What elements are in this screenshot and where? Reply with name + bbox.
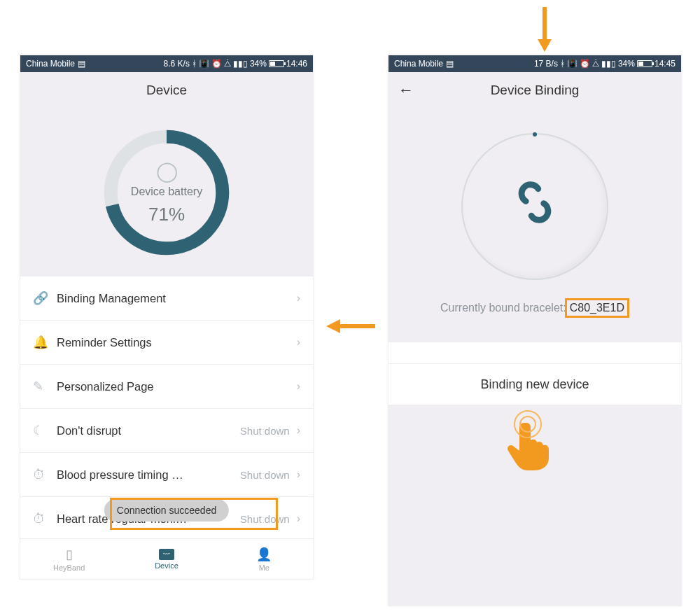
binding-indicator (461, 133, 608, 280)
page-title: Device (20, 72, 313, 108)
menu-label: Personalized Page (57, 380, 297, 393)
nav-device[interactable]: 〰 Device (118, 539, 215, 579)
alarm-icon: ⏰ (580, 59, 590, 69)
menu-label: Binding Management (57, 292, 297, 305)
clock-icon: ⏱ (33, 468, 57, 482)
status-bar: China Mobile ▤ 8.6 K/s ᚼ 📳 ⏰ ⧊ ▮▮▯ 34% 1… (20, 55, 313, 72)
chain-link-icon (507, 174, 563, 239)
clock: 14:45 (654, 59, 676, 69)
binding-status-area: Currently bound bracelet:C80_3E1D (388, 108, 681, 342)
battery-value: 71% (148, 204, 185, 225)
bell-icon: 🔔 (33, 335, 57, 350)
moon-icon: ☾ (33, 423, 57, 438)
battery-percent: 34% (618, 59, 635, 69)
annotation-tap-finger (504, 419, 552, 475)
status-bar: China Mobile ▤ 17 B/s ᚼ 📳 ⏰ ⧊ ▮▮▯ 34% 14… (388, 55, 681, 72)
menu-reminder-settings[interactable]: 🔔 Reminder Settings › (20, 321, 313, 365)
svg-marker-1 (538, 39, 552, 52)
battery-gauge-area: ◯ Device battery 71% (20, 108, 313, 276)
menu-dont-disrupt[interactable]: ☾ Don't disrupt Shut down › (20, 409, 313, 453)
nav-label: HeyBand (53, 564, 85, 572)
chevron-right-icon: › (297, 380, 300, 393)
bound-device-id: C80_3E1D (565, 298, 629, 318)
clock-icon: ⏱ (33, 512, 57, 526)
band-icon: ▯ (66, 547, 73, 562)
nav-heyband[interactable]: ▯ HeyBand (20, 539, 118, 579)
link-icon: 🔗 (33, 290, 57, 306)
page-title: ← Device Binding (388, 72, 681, 108)
battery-percent: 34% (250, 59, 267, 69)
nav-label: Me (259, 564, 270, 572)
carrier-label: China Mobile (26, 59, 75, 69)
svg-marker-3 (326, 319, 340, 333)
annotation-arrow-down (535, 4, 554, 53)
vibrate-icon: 📳 (567, 59, 578, 69)
nav-label: Device (155, 561, 178, 570)
binding-new-device-button[interactable]: Binding new device (388, 363, 681, 405)
nav-me[interactable]: 👤 Me (216, 539, 313, 579)
menu-label: Don't disrupt (57, 424, 240, 438)
battery-icon (269, 60, 284, 67)
net-speed: 8.6 K/s (164, 59, 190, 69)
annotation-highlight-box (110, 498, 278, 530)
wand-icon: ✎ (33, 379, 57, 394)
battery-gauge: ◯ Device battery 71% (100, 126, 233, 259)
clock: 14:46 (286, 59, 307, 69)
alarm-icon: ⏰ (211, 59, 222, 69)
menu-value: Shut down (240, 469, 290, 481)
annotation-arrow-left (323, 316, 378, 336)
menu-blood-pressure[interactable]: ⏱ Blood pressure timing … Shut down › (20, 453, 313, 497)
person-icon: 👤 (256, 547, 272, 562)
bluetooth-icon: ᚼ (560, 59, 565, 69)
device-binding-screen: China Mobile ▤ 17 B/s ᚼ 📳 ⏰ ⧊ ▮▮▯ 34% 14… (388, 55, 682, 606)
ring-icon: ◯ (156, 160, 178, 183)
bound-device-text: Currently bound bracelet:C80_3E1D (440, 298, 629, 318)
chevron-right-icon: › (297, 468, 300, 481)
signal-icon: ▮▮▯ (233, 59, 248, 69)
back-button[interactable]: ← (398, 81, 414, 99)
signal-icon: ▮▮▯ (601, 59, 616, 69)
sim-icon: ▤ (446, 59, 454, 69)
menu-binding-management[interactable]: 🔗 Binding Management › (20, 276, 313, 321)
sim-icon: ▤ (78, 59, 85, 69)
battery-label: Device battery (131, 186, 202, 198)
net-speed: 17 B/s (534, 59, 558, 69)
menu-label: Reminder Settings (57, 336, 297, 349)
chevron-right-icon: › (297, 424, 300, 437)
menu-personalized-page[interactable]: ✎ Personalized Page › (20, 365, 313, 409)
chevron-right-icon: › (297, 512, 300, 525)
vibrate-icon: 📳 (199, 59, 209, 69)
chevron-right-icon: › (297, 336, 300, 349)
device-icon: 〰 (159, 549, 174, 560)
chevron-right-icon: › (297, 292, 300, 304)
wifi-icon: ⧊ (592, 59, 599, 69)
menu-value: Shut down (240, 425, 290, 437)
device-screen: China Mobile ▤ 8.6 K/s ᚼ 📳 ⏰ ⧊ ▮▮▯ 34% 1… (20, 55, 314, 580)
battery-icon (637, 60, 652, 67)
bottom-nav: ▯ HeyBand 〰 Device 👤 Me (20, 538, 313, 579)
menu-label: Blood pressure timing … (57, 468, 240, 482)
wifi-icon: ⧊ (224, 59, 231, 69)
carrier-label: China Mobile (394, 59, 443, 69)
bluetooth-icon: ᚼ (192, 59, 197, 69)
